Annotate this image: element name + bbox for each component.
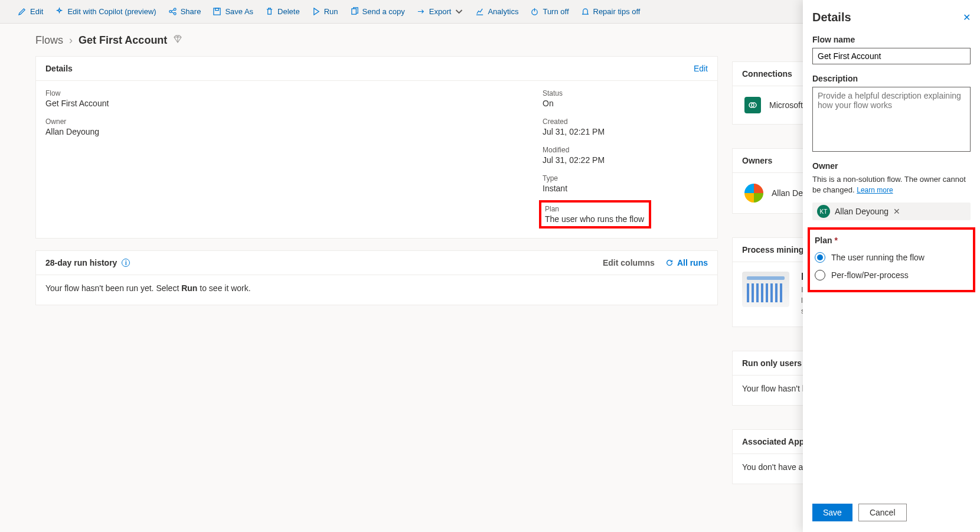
details-card: Details Edit Flow Get First Account Owne… — [35, 56, 718, 239]
export-icon — [417, 7, 426, 16]
analytics-button[interactable]: Analytics — [475, 7, 518, 16]
save-as-button[interactable]: Save As — [213, 7, 253, 16]
type-value: Instant — [543, 184, 708, 193]
run-history-empty: Your flow hasn't been run yet. Select Ru… — [45, 283, 251, 293]
chevron-down-icon — [455, 7, 463, 16]
modified-value: Jul 31, 02:22 PM — [543, 155, 708, 165]
owner-note: This is a non-solution flow. The owner c… — [812, 174, 971, 195]
modified-label: Modified — [543, 146, 708, 154]
status-value: On — [543, 99, 708, 108]
plan-highlight-box: Plan The user who runs the flow — [539, 200, 651, 229]
cancel-button[interactable]: Cancel — [858, 504, 907, 507]
flow-value: Get First Account — [45, 99, 519, 108]
delete-button[interactable]: Delete — [265, 7, 300, 16]
radio-unselected-icon — [815, 270, 825, 280]
power-icon — [530, 7, 539, 16]
plan-section-highlight: Plan * The user running the flow Per-flo… — [808, 227, 975, 292]
sparkle-icon — [55, 7, 64, 16]
owner-pill: KT Allan Deyoung ✕ — [812, 203, 971, 220]
svg-point-1 — [174, 8, 176, 11]
svg-rect-4 — [215, 8, 219, 11]
type-label: Type — [543, 174, 708, 182]
info-icon[interactable]: i — [122, 259, 130, 267]
owner-label: Owner — [45, 118, 519, 126]
export-button[interactable]: Export — [417, 7, 464, 16]
plan-label: Plan — [545, 205, 645, 213]
description-label: Description — [812, 74, 971, 83]
remove-owner-icon[interactable]: ✕ — [893, 207, 900, 216]
details-edit-link[interactable]: Edit — [694, 64, 708, 73]
repair-tips-button[interactable]: Repair tips off — [581, 7, 641, 16]
connections-title: Connections — [742, 69, 792, 79]
all-runs-button[interactable]: All runs — [665, 258, 708, 267]
save-icon — [213, 7, 221, 16]
plan-option-perflow[interactable]: Per-flow/Per-process — [815, 266, 968, 284]
play-icon — [312, 7, 321, 16]
svg-rect-3 — [214, 8, 220, 15]
send-copy-button[interactable]: Send a copy — [350, 7, 405, 16]
breadcrumb-root[interactable]: Flows — [35, 34, 63, 47]
save-button[interactable]: Save — [812, 504, 852, 507]
process-mining-illustration — [742, 272, 789, 307]
run-button[interactable]: Run — [312, 7, 338, 16]
edit-columns-button[interactable]: Edit columns — [603, 258, 655, 267]
panel-owner-label: Owner — [812, 161, 971, 171]
description-textarea[interactable] — [812, 87, 971, 152]
flow-name-input[interactable] — [812, 48, 971, 64]
run-history-card: 28-day run history i Edit columns All ru… — [35, 250, 718, 305]
avatar: KT — [817, 205, 830, 218]
owners-title: Owners — [742, 156, 772, 165]
edit-button[interactable]: Edit — [18, 7, 43, 16]
plan-value: The user who runs the flow — [545, 214, 645, 224]
learn-more-link[interactable]: Learn more — [857, 186, 893, 194]
flow-label: Flow — [45, 89, 519, 97]
share-icon — [168, 7, 177, 16]
refresh-icon — [665, 259, 674, 267]
breadcrumb: Flows › Get First Account — [35, 34, 718, 56]
details-panel: Details ✕ Flow name Description Owner Th… — [803, 0, 980, 507]
owner-value: Allan Deyoung — [45, 127, 519, 136]
details-card-title: Details — [45, 64, 73, 73]
premium-icon — [173, 34, 182, 47]
created-value: Jul 31, 02:21 PM — [543, 127, 708, 136]
status-label: Status — [543, 89, 708, 97]
svg-point-0 — [169, 11, 172, 13]
svg-rect-5 — [351, 9, 356, 14]
owner-pill-name: Allan Deyoung — [835, 207, 888, 216]
plan-option-user[interactable]: The user running the flow — [815, 249, 968, 266]
avatar — [744, 184, 763, 203]
copy-icon — [350, 7, 359, 16]
run-only-title: Run only users — [742, 358, 802, 368]
breadcrumb-current: Get First Account — [79, 34, 167, 47]
breadcrumb-separator: › — [69, 34, 73, 47]
chart-icon — [475, 7, 484, 16]
edit-copilot-button[interactable]: Edit with Copilot (preview) — [55, 7, 156, 16]
created-label: Created — [543, 118, 708, 126]
trash-icon — [265, 7, 274, 16]
plan-section-label: Plan * — [815, 236, 968, 245]
panel-title: Details — [812, 11, 851, 24]
close-icon[interactable]: ✕ — [963, 12, 971, 23]
share-button[interactable]: Share — [168, 7, 201, 16]
turn-off-button[interactable]: Turn off — [530, 7, 569, 16]
dataverse-icon — [744, 97, 761, 113]
bell-icon — [581, 7, 590, 16]
flow-name-label: Flow name — [812, 35, 971, 44]
run-history-title: 28-day run history — [45, 258, 117, 267]
associated-apps-title: Associated Apps — [742, 437, 809, 446]
radio-selected-icon — [815, 252, 825, 263]
svg-point-2 — [174, 12, 176, 15]
pencil-icon — [18, 7, 27, 16]
